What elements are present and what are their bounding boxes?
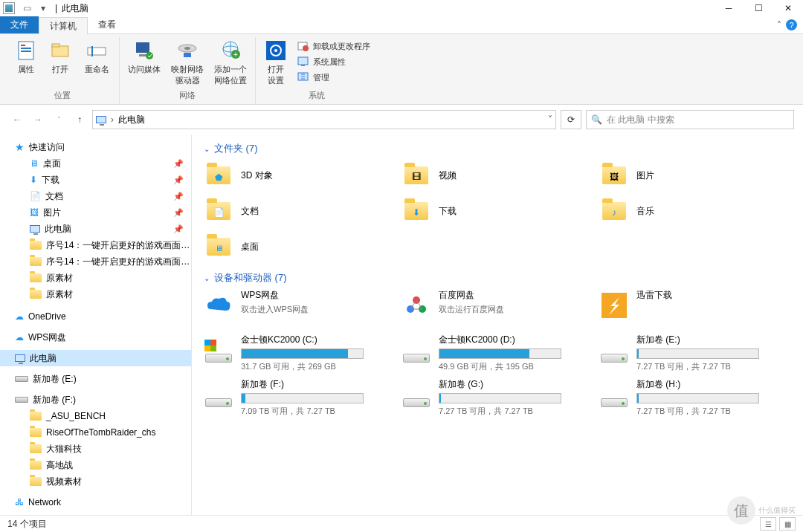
folder-documents[interactable]: 📄文档: [204, 195, 396, 227]
folder-downloads[interactable]: ⬇下载: [402, 195, 593, 227]
content-pane: ⌄ 文件夹 (7) ⬟3D 对象 🎞视频 🖼图片 📄文档 ⬇下载 ♪音乐 🖥桌面…: [192, 134, 803, 515]
tab-view[interactable]: 查看: [88, 16, 126, 33]
drive-h[interactable]: 新加卷 (H:) 7.27 TB 可用，共 7.27 TB: [599, 378, 791, 418]
manage-button[interactable]: 管理: [294, 70, 373, 85]
drive-wps[interactable]: WPS网盘双击进入WPS网盘: [204, 289, 396, 329]
nav-forward-button[interactable]: →: [30, 111, 46, 128]
open-label: 打开: [52, 64, 68, 75]
folder-music[interactable]: ♪音乐: [599, 195, 791, 227]
sidebar-damao[interactable]: 大猫科技: [0, 441, 191, 457]
sys-properties-button[interactable]: 系统属性: [294, 54, 373, 69]
nav-back-button[interactable]: ←: [9, 111, 25, 128]
open-button[interactable]: 打开: [45, 37, 76, 88]
section-drives-header[interactable]: ⌄ 设备和驱动器 (7): [204, 271, 791, 285]
uninstall-button[interactable]: 卸载或更改程序: [294, 39, 373, 53]
qat-dropdown-icon[interactable]: ▾: [36, 1, 51, 16]
uninstall-icon: [297, 40, 309, 52]
refresh-button[interactable]: ⟳: [561, 110, 581, 129]
sidebar-vol-e[interactable]: 新加卷 (E:): [0, 371, 191, 387]
sidebar-downloads[interactable]: ⬇下载📌: [0, 172, 191, 188]
search-input[interactable]: 🔍 在 此电脑 中搜索: [586, 110, 794, 129]
sidebar-seq14b[interactable]: 序号14：一键开启更好的游戏画面，别说我没告诉: [0, 253, 191, 270]
section-folders-label: 文件夹 (7): [214, 142, 258, 155]
sidebar-this-pc[interactable]: 此电脑: [0, 350, 191, 366]
sidebar-desktop[interactable]: 🖥桌面📌: [0, 155, 191, 172]
nav-up-button[interactable]: ↑: [71, 111, 88, 128]
nav-recent-button[interactable]: ˅: [51, 111, 67, 128]
map-drive-button[interactable]: 映射网络 驱动器: [167, 37, 207, 88]
sidebar-label: 新加卷 (E:): [33, 373, 77, 386]
tab-computer[interactable]: 计算机: [39, 17, 88, 34]
sidebar-network[interactable]: 🖧Network: [0, 494, 191, 510]
sidebar-raw2[interactable]: 原素材: [0, 286, 191, 302]
minimize-button[interactable]: ─: [714, 0, 744, 16]
sidebar-this-pc-qa[interactable]: 此电脑📌: [0, 221, 191, 237]
address-bar[interactable]: › 此电脑 ˅: [92, 110, 556, 129]
sidebar-raw1[interactable]: 原素材: [0, 270, 191, 286]
help-icon[interactable]: ?: [786, 19, 797, 30]
rename-button[interactable]: 重命名: [79, 37, 115, 88]
sidebar-gaodi[interactable]: 高地战: [0, 457, 191, 473]
folder-label: 文档: [241, 205, 259, 218]
status-items: 14 个项目: [7, 518, 47, 531]
properties-button[interactable]: 属性: [10, 37, 42, 88]
sidebar-quick-access[interactable]: ★快速访问: [0, 139, 191, 155]
pin-icon: 📌: [173, 175, 184, 185]
folder-icon: [30, 444, 42, 453]
sidebar-wps[interactable]: ☁WPS网盘: [0, 329, 191, 346]
ribbon-collapse-icon[interactable]: ˄: [777, 20, 781, 30]
folder-label: 视频: [439, 169, 457, 182]
folder-label: 图片: [636, 169, 654, 182]
chevron-right-icon: ›: [111, 114, 114, 125]
downloads-icon: ⬇: [30, 175, 37, 185]
maximize-button[interactable]: ☐: [744, 0, 773, 16]
drive-xunlei[interactable]: 迅雷下载: [599, 289, 791, 329]
drive-baidu[interactable]: 百度网盘双击运行百度网盘: [402, 289, 593, 329]
breadcrumb[interactable]: 此电脑: [118, 114, 145, 126]
documents-icon: 📄: [30, 191, 41, 201]
sidebar-seq14a[interactable]: 序号14：一键开启更好的游戏画面，别说我没告诉: [0, 237, 191, 253]
folder-desktop[interactable]: 🖥桌面: [204, 231, 396, 262]
drive-g[interactable]: 新加卷 (G:) 7.27 TB 可用，共 7.27 TB: [402, 378, 593, 418]
svg-rect-25: [301, 65, 305, 66]
folder-videos[interactable]: 🎞视频: [402, 160, 593, 191]
drive-name: 金士顿KC2000 (D:): [439, 334, 593, 346]
folder-icon: [30, 412, 42, 421]
close-button[interactable]: ✕: [773, 0, 803, 16]
address-dropdown-icon[interactable]: ˅: [548, 114, 552, 125]
sidebar-asu[interactable]: _ASU_BENCH: [0, 408, 191, 424]
usage-bar: [636, 393, 759, 403]
tab-file[interactable]: 文件: [0, 16, 39, 33]
folder-3d-objects[interactable]: ⬟3D 对象: [204, 160, 396, 191]
svg-text:+: +: [233, 51, 238, 59]
nav-row: ← → ˅ ↑ › 此电脑 ˅ ⟳ 🔍 在 此电脑 中搜索: [0, 105, 803, 134]
sidebar-video-raw[interactable]: 视频素材: [0, 473, 191, 490]
sidebar-documents[interactable]: 📄文档📌: [0, 188, 191, 204]
usage-bar: [241, 393, 364, 403]
drive-f[interactable]: 新加卷 (F:) 7.09 TB 可用，共 7.27 TB: [204, 378, 396, 418]
drive-d[interactable]: 金士顿KC2000 (D:) 49.9 GB 可用，共 195 GB: [402, 334, 593, 374]
folder-icon: 🎞: [402, 160, 431, 190]
drive-icon: [599, 334, 629, 366]
manage-icon: [297, 71, 309, 83]
qat-props-icon[interactable]: ▭: [19, 1, 34, 16]
svg-rect-2: [21, 48, 31, 49]
sidebar-onedrive[interactable]: ☁OneDrive: [0, 308, 191, 325]
chevron-down-icon: ⌄: [204, 145, 210, 153]
open-settings-button[interactable]: 打开 设置: [260, 37, 291, 88]
access-media-button[interactable]: 访问媒体: [124, 37, 164, 88]
drive-c[interactable]: 金士顿KC2000 (C:) 31.7 GB 可用，共 269 GB: [204, 334, 396, 374]
drive-e[interactable]: 新加卷 (E:) 7.27 TB 可用，共 7.27 TB: [599, 334, 791, 374]
svg-rect-4: [52, 46, 68, 56]
sidebar-pictures[interactable]: 🖼图片📌: [0, 204, 191, 221]
drive-sub: 双击进入WPS网盘: [241, 304, 396, 315]
sidebar-vol-f[interactable]: 新加卷 (F:): [0, 392, 191, 408]
monitor-icon: [15, 354, 25, 362]
uninstall-label: 卸载或更改程序: [313, 41, 370, 52]
wps-drive-icon: [204, 289, 233, 322]
folder-pictures[interactable]: 🖼图片: [599, 160, 791, 191]
sidebar-rise[interactable]: RiseOfTheTombRaider_chs: [0, 424, 191, 441]
section-folders-header[interactable]: ⌄ 文件夹 (7): [204, 142, 791, 155]
add-location-button[interactable]: + 添加一个 网络位置: [210, 37, 251, 88]
rename-icon: [85, 39, 109, 62]
